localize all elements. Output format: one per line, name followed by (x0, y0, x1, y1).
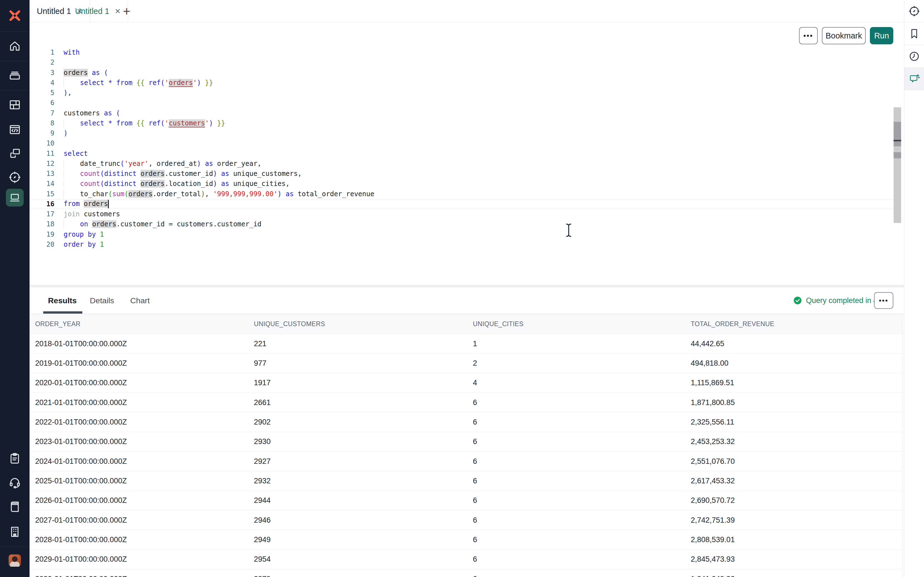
table-cell[interactable]: 2954 (254, 550, 271, 569)
code-line[interactable]: 20order by 1 (29, 239, 894, 250)
table-cell[interactable]: 6 (473, 471, 477, 491)
organization-building-icon[interactable] (8, 525, 21, 538)
code-line[interactable]: 4 select * from {{ ref('orders') }} (29, 78, 894, 88)
column-header[interactable]: UNIQUE_CITIES (473, 314, 523, 334)
table-cell[interactable]: 1,871,800.85 (691, 393, 735, 412)
new-tab-button[interactable]: + (120, 4, 134, 18)
windows-overlap-icon[interactable] (8, 147, 21, 160)
table-cell[interactable]: 6 (473, 432, 477, 451)
code-line[interactable]: 1with (29, 47, 894, 57)
table-cell[interactable]: 2027-01-01T00:00:00.000Z (35, 510, 127, 530)
table-cell[interactable]: 2930 (254, 432, 271, 451)
table-cell[interactable]: 2949 (254, 530, 271, 550)
table-cell[interactable]: 2,808,539.01 (691, 530, 735, 550)
bookmark-button[interactable]: Bookmark (822, 27, 866, 44)
table-cell[interactable]: 2030-01-01T00:00:00.000Z (35, 569, 127, 577)
terminal-icon-active[interactable] (6, 189, 24, 206)
code-line[interactable]: 19group by 1 (29, 229, 894, 239)
explore-compass-icon[interactable] (904, 0, 924, 22)
code-line[interactable]: 17join customers (29, 209, 894, 219)
table-cell[interactable]: 6 (473, 451, 477, 471)
data-drawer-icon[interactable] (8, 69, 21, 82)
table-cell[interactable]: 44,442.65 (691, 334, 724, 353)
table-cell[interactable]: 1,115,869.51 (691, 373, 734, 393)
code-line[interactable]: 7customers as ( (29, 108, 894, 118)
table-cell[interactable]: 2025-01-01T00:00:00.000Z (35, 471, 127, 491)
table-cell[interactable]: 2944 (254, 491, 271, 510)
table-cell[interactable]: 2661 (254, 393, 271, 412)
table-cell[interactable]: 1,841,049.32 (691, 569, 735, 577)
code-line[interactable]: 5), (29, 88, 894, 98)
table-cell[interactable]: 6 (473, 569, 477, 577)
table-cell[interactable]: 2 (473, 353, 477, 373)
table-cell[interactable]: 1917 (254, 373, 271, 393)
table-cell[interactable]: 6 (473, 510, 477, 530)
table-cell[interactable]: 2018-01-01T00:00:00.000Z (35, 334, 127, 353)
table-cell[interactable]: 2,617,453.32 (691, 471, 735, 491)
tab-untitled-2[interactable]: Untitled 1 ✕ (68, 0, 128, 22)
code-line[interactable]: 6 (29, 98, 894, 108)
table-cell[interactable]: 6 (473, 412, 477, 432)
table-cell[interactable]: 2022-01-01T00:00:00.000Z (35, 412, 127, 432)
table-cell[interactable]: 4 (473, 373, 477, 393)
run-button[interactable]: Run (870, 27, 893, 44)
support-headset-icon[interactable] (8, 476, 21, 489)
history-clock-icon[interactable] (904, 45, 924, 68)
table-cell[interactable]: 2020-01-01T00:00:00.000Z (35, 373, 127, 393)
user-avatar[interactable] (9, 554, 21, 567)
editor-scrollbar[interactable] (893, 107, 901, 223)
table-cell[interactable]: 2019-01-01T00:00:00.000Z (35, 353, 127, 373)
table-cell[interactable]: 2029-01-01T00:00:00.000Z (35, 550, 127, 569)
table-cell[interactable]: 2932 (254, 471, 271, 491)
table-cell[interactable]: 2026-01-01T00:00:00.000Z (35, 491, 127, 510)
code-line[interactable]: 2 (29, 57, 894, 68)
table-cell[interactable]: 2024-01-01T00:00:00.000Z (35, 451, 127, 471)
code-line[interactable]: 13 count(distinct orders.customer_id) as… (29, 169, 894, 179)
table-cell[interactable]: 2902 (254, 412, 271, 432)
more-options-button[interactable]: ••• (799, 27, 818, 44)
code-line[interactable]: 10 (29, 138, 894, 148)
table-cell[interactable]: 6 (473, 393, 477, 412)
table-cell[interactable]: 6 (473, 550, 477, 569)
code-line[interactable]: 3orders as ( (29, 68, 894, 78)
table-cell[interactable]: 1 (473, 334, 477, 353)
code-line[interactable]: 16from orders (29, 199, 894, 209)
code-line[interactable]: 9) (29, 128, 894, 138)
code-line[interactable]: 11select (29, 148, 894, 159)
magic-chat-icon[interactable] (904, 68, 924, 90)
table-cell[interactable]: 2,453,253.32 (691, 432, 735, 451)
results-more-button[interactable]: ••• (874, 292, 893, 309)
table-cell[interactable]: 6 (473, 491, 477, 510)
table-cell[interactable]: 2946 (254, 510, 271, 530)
sql-editor[interactable]: 1with23orders as (4 select * from {{ ref… (29, 47, 894, 250)
table-cell[interactable]: 977 (254, 353, 267, 373)
table-cell[interactable]: 6 (473, 530, 477, 550)
results-tab-chart[interactable]: Chart (130, 287, 150, 314)
column-header[interactable]: ORDER_YEAR (35, 314, 80, 334)
column-header[interactable]: TOTAL_ORDER_REVENUE (691, 314, 774, 334)
apps-grid-icon[interactable] (8, 98, 21, 111)
docs-book-icon[interactable] (8, 500, 21, 513)
table-cell[interactable]: 2,325,556.11 (691, 412, 734, 432)
compass-icon[interactable] (8, 171, 21, 184)
home-icon[interactable] (8, 40, 21, 52)
code-line[interactable]: 15 to_char(sum(orders.order_total), '999… (29, 189, 894, 199)
results-tab-details[interactable]: Details (90, 287, 114, 314)
code-line[interactable]: 14 count(distinct orders.location_id) as… (29, 179, 894, 189)
bookmark-icon[interactable] (904, 23, 924, 45)
code-line[interactable]: 8 select * from {{ ref('customers') }} (29, 118, 894, 128)
hex-logo-icon[interactable] (8, 9, 21, 22)
results-tab-results[interactable]: Results (48, 287, 77, 314)
table-cell[interactable]: 2,551,076.70 (691, 451, 735, 471)
table-cell[interactable]: 494,818.00 (691, 353, 729, 373)
table-cell[interactable]: 2927 (254, 451, 271, 471)
table-cell[interactable]: 2021-01-01T00:00:00.000Z (35, 393, 127, 412)
table-cell[interactable]: 2023-01-01T00:00:00.000Z (35, 432, 127, 451)
table-cell[interactable]: 2028-01-01T00:00:00.000Z (35, 530, 127, 550)
code-line[interactable]: 12 date_trunc('year', ordered_at) as ord… (29, 159, 894, 169)
code-line[interactable]: 18 on orders.customer_id = customers.cus… (29, 219, 894, 229)
table-cell[interactable]: 221 (254, 334, 267, 353)
table-cell[interactable]: 2879 (254, 569, 271, 577)
clipboard-icon[interactable] (8, 452, 21, 465)
table-cell[interactable]: 2,690,570.72 (691, 491, 735, 510)
